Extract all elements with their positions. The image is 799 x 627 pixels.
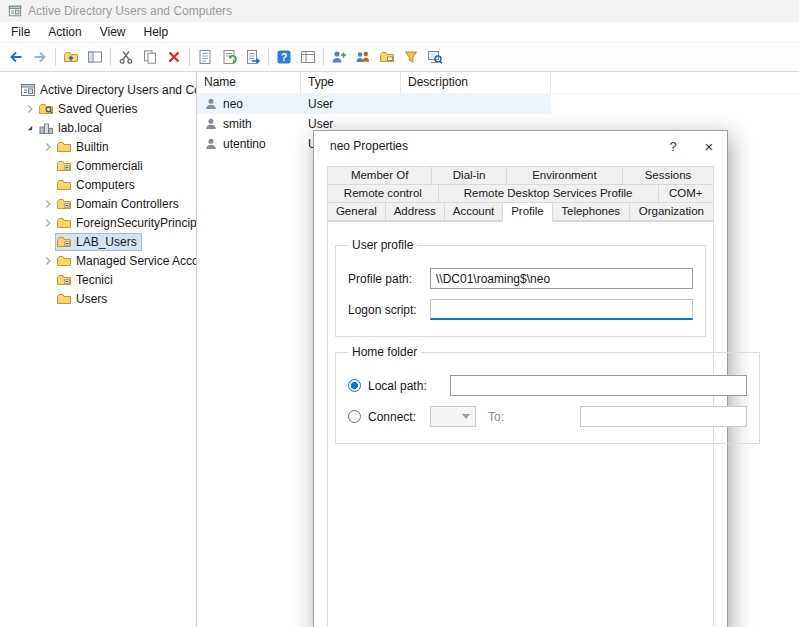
tree-item-foreignsecurityprincipals[interactable]: ForeignSecurityPrincipals	[0, 213, 196, 232]
profile-path-input[interactable]	[430, 268, 693, 289]
tree-item-label: Tecnici	[76, 273, 115, 287]
tree-item-lab-users[interactable]: LAB_Users	[0, 232, 196, 251]
connect-path-input[interactable]	[580, 406, 747, 427]
toolbar: ?	[0, 43, 799, 72]
menu-view[interactable]: View	[91, 23, 135, 41]
new-group-icon	[355, 49, 371, 65]
tree-item-content: ForeignSecurityPrincipals	[55, 214, 197, 232]
tab-sessions[interactable]: Sessions	[622, 166, 714, 185]
local-path-input[interactable]	[450, 375, 747, 396]
list-row-neo[interactable]: neoUser	[197, 94, 551, 114]
tab-com[interactable]: COM+	[658, 184, 714, 203]
app-icon	[8, 4, 22, 18]
tab-remote-desktop-services-profile[interactable]: Remote Desktop Services Profile	[438, 184, 659, 203]
column-header-description[interactable]: Description	[401, 72, 551, 93]
tree-item-lab-local[interactable]: lab.local	[0, 118, 196, 137]
new-ou-button[interactable]	[375, 45, 399, 69]
tab-member-of[interactable]: Member Of	[327, 166, 432, 185]
menu-file[interactable]: File	[2, 23, 39, 41]
type-cell: User	[301, 97, 401, 111]
folder-query-icon	[38, 101, 54, 117]
tab-telephones[interactable]: Telephones	[552, 202, 630, 221]
local-path-radio[interactable]	[348, 379, 361, 392]
tree-item-users[interactable]: Users	[0, 289, 196, 308]
menu-help[interactable]: Help	[135, 23, 178, 41]
local-path-row: Local path:	[348, 375, 747, 396]
tree-item-label: Managed Service Accour	[76, 254, 197, 268]
chevron-collapsed-icon[interactable]	[40, 140, 55, 154]
tab-general[interactable]: General	[327, 202, 386, 221]
show-hide-tree-button[interactable]	[83, 45, 107, 69]
dialog-close-button[interactable]: ×	[691, 131, 727, 161]
column-header-type[interactable]: Type	[301, 72, 401, 93]
tree-item-saved-queries[interactable]: Saved Queries	[0, 99, 196, 118]
properties-button[interactable]	[193, 45, 217, 69]
drive-letter-select[interactable]	[430, 406, 476, 427]
help-button[interactable]: ?	[272, 45, 296, 69]
menu-action[interactable]: Action	[39, 23, 90, 41]
chevron-expanded-icon[interactable]	[22, 121, 37, 135]
tab-organization[interactable]: Organization	[629, 202, 714, 221]
home-folder-legend: Home folder	[348, 345, 421, 359]
user-profile-legend: User profile	[348, 238, 417, 252]
tree-item-label: Saved Queries	[58, 102, 139, 116]
toolbar-separator	[268, 48, 269, 66]
folder-icon	[56, 177, 72, 193]
tab-account[interactable]: Account	[444, 202, 503, 221]
tree-item-label: LAB_Users	[76, 235, 139, 249]
tab-dial-in[interactable]: Dial-in	[431, 166, 507, 185]
connect-row: Connect: To:	[348, 406, 747, 427]
tree-item-domain-controllers[interactable]: Domain Controllers	[0, 194, 196, 213]
up-one-level-button[interactable]	[59, 45, 83, 69]
up-one-level-icon	[63, 49, 79, 65]
connect-radio[interactable]	[348, 410, 361, 423]
tree-item-label: Users	[76, 292, 109, 306]
tree-item-managed-service-accour[interactable]: Managed Service Accour	[0, 251, 196, 270]
chevron-collapsed-icon[interactable]	[22, 102, 37, 116]
cut-button[interactable]	[114, 45, 138, 69]
new-user-icon	[331, 49, 347, 65]
tree-item-content: Builtin	[55, 138, 114, 156]
refresh-button[interactable]	[217, 45, 241, 69]
chevron-collapsed-icon[interactable]	[40, 254, 55, 268]
new-user-button[interactable]	[327, 45, 351, 69]
dialog-help-button[interactable]: ?	[655, 131, 691, 161]
tab-environment[interactable]: Environment	[506, 166, 623, 185]
tree-item-builtin[interactable]: Builtin	[0, 137, 196, 156]
help-icon: ?	[276, 49, 292, 65]
chevron-collapsed-icon[interactable]	[40, 197, 55, 211]
ou-icon	[56, 196, 72, 212]
toolbar-separator	[110, 48, 111, 66]
find-button[interactable]	[423, 45, 447, 69]
tree-item-content: Commerciali	[55, 157, 148, 175]
chevron-collapsed-icon[interactable]	[40, 216, 55, 230]
tab-profile[interactable]: Profile	[502, 202, 552, 222]
tab-address[interactable]: Address	[385, 202, 445, 221]
tree-item-computers[interactable]: Computers	[0, 175, 196, 194]
export-list-button[interactable]	[241, 45, 265, 69]
tree-item-content: LAB_Users	[55, 233, 142, 251]
menu-bar: FileActionViewHelp	[0, 22, 799, 43]
filter-icon	[403, 49, 419, 65]
forward-button[interactable]	[28, 45, 52, 69]
delete-button[interactable]	[162, 45, 186, 69]
tree-item-commerciali[interactable]: Commerciali	[0, 156, 196, 175]
tree-item-tecnici[interactable]: Tecnici	[0, 270, 196, 289]
ou-icon	[56, 158, 72, 174]
view-button[interactable]	[296, 45, 320, 69]
list-row-name: utentino	[223, 137, 266, 151]
logon-script-row: Logon script:	[348, 299, 693, 320]
connect-label: Connect:	[368, 410, 430, 424]
local-path-label: Local path:	[368, 379, 450, 393]
filter-button[interactable]	[399, 45, 423, 69]
toolbar-separator	[55, 48, 56, 66]
back-button[interactable]	[4, 45, 28, 69]
tab-remote-control[interactable]: Remote control	[327, 184, 439, 203]
ou-icon	[56, 272, 72, 288]
column-header-name[interactable]: Name	[197, 72, 301, 93]
copy-button[interactable]	[138, 45, 162, 69]
logon-script-input[interactable]	[430, 299, 693, 320]
new-group-button[interactable]	[351, 45, 375, 69]
tree-item-label: Active Directory Users and Com	[40, 83, 197, 97]
tree-item-active-directory-users-and-com[interactable]: Active Directory Users and Com	[0, 80, 196, 99]
